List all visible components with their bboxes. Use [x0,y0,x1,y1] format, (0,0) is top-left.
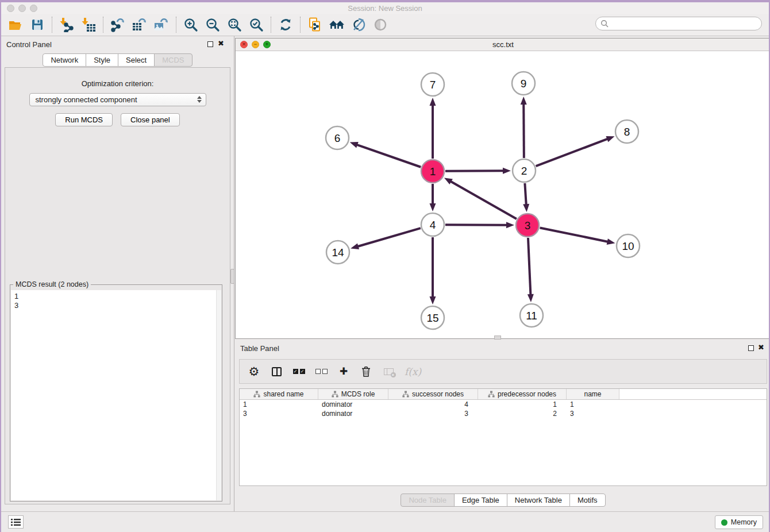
graph-node-7[interactable]: 7 [421,73,444,96]
graph-node-label: 14 [332,246,344,259]
graph-edge-1-7[interactable] [430,98,436,159]
graph-edge-4-14[interactable] [351,228,421,249]
mcds-result-group: MCDS result (2 nodes) 1 3 [10,284,222,502]
delete-column-button[interactable] [360,364,372,379]
graph-node-2[interactable]: 2 [513,159,536,182]
table-row[interactable]: 3dominator323 [240,409,767,418]
graph-edge-2-9[interactable] [521,97,527,158]
column-header-predecessor-nodes[interactable]: predecessor nodes [478,389,567,399]
select-chevrons-icon [197,96,202,103]
apply-layout-button[interactable] [275,15,297,34]
graph-node-9[interactable]: 9 [512,72,535,95]
refresh-icon [278,17,293,32]
graph-node-14[interactable]: 14 [326,241,349,264]
column-header-shared-name[interactable]: shared name [240,389,318,399]
toolbar-separator [103,17,103,33]
criterion-select[interactable]: strongly connected component [29,93,206,106]
graph-node-label: 1 [430,165,436,178]
title-bar: Session: New Session [1,2,769,14]
result-scrollbar[interactable] [216,290,221,500]
graph-edge-4-3[interactable] [445,222,514,228]
graph-edge-1-6[interactable] [350,142,421,167]
column-type-icon [488,391,495,398]
graph-node-11[interactable]: 11 [520,304,543,327]
columns-icon [272,367,282,376]
graph-node-4[interactable]: 4 [421,213,444,236]
mcds-result-text[interactable]: 1 3 [11,290,221,500]
search-input[interactable] [609,18,761,29]
panel-splitter-grip[interactable] [230,269,234,284]
tab-style[interactable]: Style [86,53,118,67]
zoom-fit-button[interactable] [224,15,245,34]
graph-node-8[interactable]: 8 [615,120,638,143]
column-type-icon [253,391,260,398]
clone-network-button[interactable] [304,15,326,34]
table-cell: dominator [318,400,388,408]
graph-node-6[interactable]: 6 [326,126,349,149]
zoom-selected-button[interactable] [245,15,267,34]
table-tab-edge-table[interactable]: Edge Table [454,494,507,507]
network-splitter-grip[interactable] [494,336,501,340]
graph-node-3[interactable]: 3 [516,214,539,237]
export-image-button[interactable] [151,15,172,34]
table-panel-title: Table Panel [240,344,279,353]
table-cell: 3 [240,410,318,418]
graph-node-1[interactable]: 1 [421,160,444,183]
table-settings-button[interactable]: ⚙ [248,364,260,379]
close-panel-icon[interactable]: ✖ [218,40,224,48]
open-session-button[interactable] [5,15,26,34]
graph-edge-3-10[interactable] [540,228,615,244]
run-mcds-button[interactable]: Run MCDS [55,113,113,126]
table-tab-network-table[interactable]: Network Table [507,494,570,507]
save-session-button[interactable] [26,15,48,34]
graph-node-10[interactable]: 10 [617,234,640,257]
zoom-in-button[interactable] [180,15,202,34]
tab-mcds[interactable]: MCDS [154,53,192,67]
toggle-columns-button[interactable] [270,364,283,379]
import-network-button[interactable] [56,15,78,34]
import-table-button[interactable] [78,15,99,34]
column-header-MCDS-role[interactable]: MCDS role [318,389,388,399]
first-neighbors-button[interactable] [326,15,348,34]
delete-table-button[interactable] [382,364,395,379]
close-table-panel-icon[interactable]: ✖ [758,344,764,352]
column-header-name[interactable]: name [567,389,619,399]
task-history-button[interactable] [8,515,24,529]
graph-edge-1-2[interactable] [445,168,511,174]
table-tab-node-table[interactable]: Node Table [401,494,455,507]
create-column-button[interactable]: ✚ [337,364,350,379]
graph-edge-3-11[interactable] [528,238,534,302]
function-icon: f(x) [405,366,421,377]
float-table-panel-icon[interactable] [748,345,754,351]
window-title: Session: New Session [1,4,769,13]
export-network-button[interactable] [107,15,129,34]
control-panel: Control Panel ✖ NetworkStyleSelectMCDS O… [1,36,234,511]
select-all-columns-button[interactable]: ✓✓ [292,364,305,379]
graph-edge-2-3[interactable] [523,183,529,212]
table-row[interactable]: 1dominator411 [240,400,767,409]
export-table-button[interactable] [129,15,151,34]
tab-select[interactable]: Select [118,53,155,67]
table-panel: Table Panel ✖ ⚙ ✓✓ ✚ [235,340,770,511]
zoom-out-button[interactable] [202,15,224,34]
graph-edge-2-8[interactable] [536,136,615,166]
tab-network[interactable]: Network [43,53,86,67]
graph-edge-3-1[interactable] [444,178,517,219]
table-header-row: shared nameMCDS rolesuccessor nodesprede… [240,389,767,400]
toolbar-separator [52,17,52,33]
float-panel-icon[interactable] [207,41,213,47]
network-canvas[interactable]: 1234678910111415 [236,51,770,338]
memory-button[interactable]: Memory [715,515,763,529]
function-builder-button[interactable]: f(x) [405,364,421,379]
column-type-icon [402,391,409,398]
show-hide-button[interactable] [369,15,391,34]
toggle-style-button[interactable] [348,15,369,34]
graph-edge-4-15[interactable] [430,237,436,304]
graph-node-15[interactable]: 15 [421,306,444,329]
network-window-titlebar[interactable]: ✕ − + scc.txt [236,38,770,51]
column-header-successor-nodes[interactable]: successor nodes [388,389,478,399]
close-panel-button[interactable]: Close panel [121,113,180,126]
unselect-all-columns-button[interactable] [315,364,328,379]
graph-edge-1-4[interactable] [430,184,436,211]
table-tab-motifs[interactable]: Motifs [569,494,606,507]
